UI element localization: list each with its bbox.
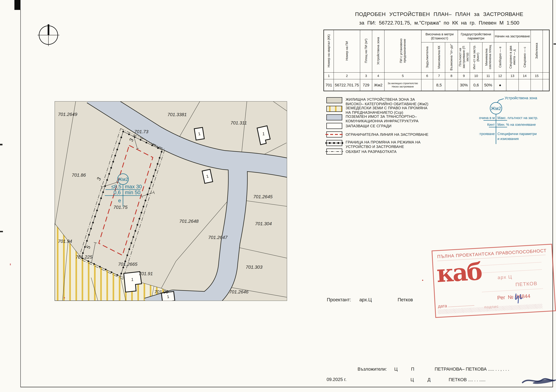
map-drawing: 3 3 5 1 1 1 1 1 701.2649 701.3381 701.31 [55, 101, 287, 301]
parcel-label: 701.3381 [168, 112, 187, 117]
cell-density: 30% [458, 79, 470, 91]
client2-line: Ц Д ПЕТКОВ .... . . ..... [410, 377, 486, 382]
col-header-label: Площ на ПИ (м²) [364, 38, 368, 63]
stamp-architect-surname: ПЕТКОВ [515, 280, 538, 287]
parcel-label: 701.86 [72, 173, 86, 178]
date-line: 09.2025 г. [327, 377, 347, 382]
cell-max-height: 8,5 [433, 79, 445, 91]
parcel-label: 701.2665 [118, 262, 137, 267]
legend-swatch-residential [326, 97, 342, 103]
col-header: Площ на ПИ (м²) [360, 30, 372, 73]
col-header: Плътност на застрояване (П застр) [458, 42, 470, 72]
zone-parameters-diagram: Устройствена зона Жм2 етажност / височин… [479, 96, 552, 145]
diagram-row3-right1: Специфични параметри [497, 132, 537, 136]
cell-purpose-line1: За жилищно строителство [385, 82, 421, 85]
parcel-label: 701.94 [58, 239, 72, 244]
col-header-label: ПИ с установено предназначение [399, 30, 407, 71]
col-header-label: Устройствена зона [376, 37, 380, 65]
diagram-callout-label: Устройствена зона [505, 96, 537, 100]
cell-note [531, 79, 543, 91]
cell-purpose: За жилищно строителство Ниско застрояван… [384, 79, 421, 91]
col-num: 14 [519, 72, 531, 79]
parcel-label: 701.2646 [229, 289, 248, 294]
cell-free-dot: ● [494, 79, 506, 91]
cell-purpose-line2: Ниско застрояване [385, 85, 421, 88]
building: 1 [194, 127, 204, 140]
parcel-label: 701.2645 [253, 194, 272, 199]
zone-height: ≤8,5 [111, 184, 121, 189]
legend-swatch-scope [326, 149, 342, 155]
diagram-row3-right2: и изисквания [497, 137, 519, 141]
parcel-label: 701.304 [255, 221, 272, 226]
designer-surname: Петков [398, 297, 413, 302]
legend-item-building-limit-line: ОГРАНИЧИТЕЛНА ЛИНИЯ НА ЗАСТРОЯВАНЕ [326, 131, 479, 140]
diagram-zone-code: Жм2 [491, 106, 501, 111]
legend-swatch-regime-boundary [326, 140, 342, 146]
zone-circle-label: Жм2 [118, 177, 128, 182]
col-header: Минимална озеленена площ [482, 42, 494, 72]
col-header: Забележка [531, 30, 543, 73]
col-num: 3 [360, 72, 372, 79]
north-arrow-icon [28, 17, 73, 65]
col-num: 15 [531, 72, 543, 79]
scan-mark [64, 297, 65, 298]
col-num: 8 [445, 72, 458, 79]
legend-label: ПОЗЕМЛЕН ИМОТ ЗА ТРАНСПОРТНО– КОМУНИКАЦИ… [346, 114, 418, 123]
red-dashed-line-icon [325, 132, 343, 137]
col-header-label: Задължителна [425, 46, 429, 68]
col-num: 9 [458, 72, 470, 79]
client1-initial2: П [411, 367, 414, 372]
client1-name: ПЕТРАНОВА– ПЕТКОВА ..... . . , . . . [435, 367, 509, 372]
col-header-label: Свободно — е [498, 46, 502, 68]
col-header: Задължителна [421, 42, 433, 72]
col-num: 7 [433, 72, 445, 79]
parcel-label: 701.2647 [208, 235, 228, 240]
group-header-height: Височина в метри (Етажност) [421, 30, 458, 42]
scan-mark [0, 144, 2, 145]
cell-green: 50% [482, 79, 494, 91]
col-header: Свободно — е [494, 42, 506, 72]
col-header: Номер на ПИ [334, 30, 360, 73]
col-header-label: Номер на квартал (КК) [327, 34, 331, 68]
legend-label: ГРАНИЦА НА ПРОМЯНА НА РЕЖИМА НА УСТРОЙСТ… [346, 140, 421, 149]
diagram-row2-left: Кинт [487, 123, 495, 127]
legend-swatch-agricultural [326, 106, 342, 112]
zone-kint: 0,6 [114, 189, 121, 195]
col-header-label: Свързано в два имота — д [509, 43, 516, 72]
legend-swatch-transport [326, 114, 342, 121]
legend-label-line: ГРАНИЦА НА ПРОМЯНА НА РЕЖИМА НА [346, 140, 421, 144]
diagram-row3-left: Начин на застрояване [479, 132, 495, 136]
cell-spare [543, 79, 549, 91]
parcel-label: 701.2649 [58, 112, 77, 117]
dash-dot-line-icon [325, 149, 343, 154]
scanned-plan-page: { "title": { "line1": "ПОДРОБЕН УСТРОЙСТ… [0, 0, 556, 392]
legend-label-line: ЗАПАЗВАЩИ СЕ СГРАДИ [346, 124, 392, 128]
legend-swatch-limit-line [326, 131, 342, 137]
col-num: 1 [324, 72, 334, 79]
col-header: Свързано в два имота — д [506, 42, 519, 72]
col-num: 11 [482, 72, 494, 79]
scan-corner-artifact [15, 0, 21, 10]
legend-label: ЗАПАЗВАЩИ СЕ СГРАДИ [346, 123, 392, 128]
diagram-row1-left: етажност / височина в м [479, 116, 495, 120]
col-num: 13 [506, 72, 519, 79]
architect-chamber-stamp: ПЪЛНА ПРОЕКТАНТСКА ПРАВОСПОСОБНОСТ каб а… [432, 244, 556, 318]
col-header-label: Инт–ст на застр. (Кинт) [472, 43, 480, 72]
col-header-label: Плътност на застрояване (П застр) [458, 43, 470, 72]
col-num: 2 [334, 72, 360, 79]
cadastral-map: 3 3 5 1 1 1 1 1 701.2649 701.3381 701.31 [55, 101, 287, 301]
title-block: ПОДРОБЕН УСТРОЙСТВЕН ПЛАН– ПЛАН за ЗАСТР… [355, 11, 524, 26]
col-num: 4 [372, 72, 384, 79]
signature-smudge [518, 374, 556, 387]
parcel-label: 701.303 [246, 264, 263, 270]
scan-pink-mark [10, 264, 11, 265]
diagram-row2-right: Мин. % на озеленяване [497, 123, 536, 127]
legend-label-line: ЖИЛИЩНА УСТРОЙСТВЕНА ЗОНА ЗА [346, 97, 428, 102]
page-frame-left [20, 10, 21, 387]
scan-mark [554, 43, 556, 45]
stamp-architect: арх Ц [497, 274, 512, 280]
legend-label-line: ЗЕМЕДЕЛСКИ ЗЕМИ С ПРАВО НА ПРОМЯНА [346, 106, 427, 110]
col-header: Устройствена зона [372, 30, 384, 73]
legend-swatch-preserved [326, 123, 342, 129]
legend-label-line: ОГРАНИЧИТЕЛНА ЛИНИЯ НА ЗАСТРОЯВАНЕ [346, 132, 428, 137]
